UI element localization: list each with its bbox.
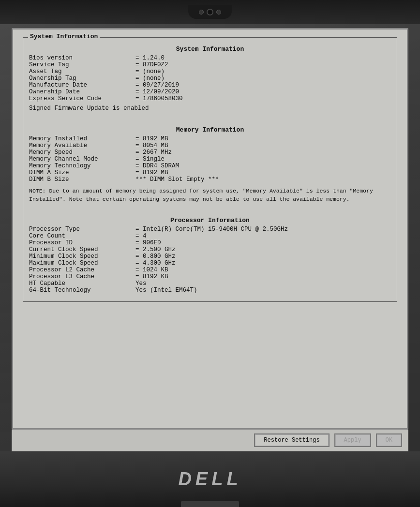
field-value: = DDR4 SDRAM (135, 163, 179, 169)
field-label: DIMM B Size (29, 176, 135, 183)
field-value: = 09/27/2019 (135, 82, 179, 89)
memory-fields-container: Memory Installed= 8192 MBMemory Availabl… (29, 135, 391, 183)
table-row: Processor L2 Cache= 1024 KB (29, 267, 391, 273)
field-label: Core Count (29, 233, 135, 239)
field-value: = 4.300 GHz (135, 260, 176, 267)
table-row: Processor ID= 906ED (29, 239, 391, 246)
table-row: Memory Installed= 8192 MB (29, 135, 391, 142)
table-row: Express Service Code= 17860058030 (29, 95, 391, 102)
field-label: Memory Available (29, 142, 135, 149)
field-value: = 87DF0Z2 (135, 61, 168, 68)
field-value: *** DIMM Slot Empty *** (135, 176, 219, 183)
field-value: = 906ED (135, 239, 161, 246)
table-row: Memory Channel Mode= Single (29, 156, 391, 163)
monitor-top-bar (0, 0, 420, 24)
field-value: = 8192 MB (135, 135, 168, 142)
field-label: DIMM A Size (29, 169, 135, 176)
table-row: Processor Type= Intel(R) Core(TM) i5-940… (29, 226, 391, 233)
field-label: Minimum Clock Speed (29, 253, 135, 260)
field-label: Processor L2 Cache (29, 267, 135, 273)
processor-info-heading: Processor Information (29, 217, 391, 224)
button-bar: Restore Settings Apply OK (12, 430, 408, 451)
table-row: Minimum Clock Speed= 0.800 GHz (29, 253, 391, 260)
dell-logo: DELL (178, 469, 241, 490)
field-value: = 8192 MB (135, 169, 168, 176)
memory-info-heading: Memory Information (29, 126, 391, 134)
system-info-heading: System Information (29, 45, 391, 53)
table-row: Maximum Clock Speed= 4.300 GHz (29, 260, 391, 267)
section-box-title: System Information (28, 33, 100, 40)
monitor-stand-top (181, 501, 239, 507)
field-label: Service Tag (29, 61, 135, 68)
screen-area: System Information System Information Bi… (12, 28, 408, 430)
table-row: Memory Available= 8054 MB (29, 142, 391, 149)
table-row: Memory Technology= DDR4 SDRAM (29, 163, 391, 169)
field-label: Manufacture Date (29, 82, 135, 89)
field-value: Yes (135, 280, 147, 287)
field-value: = 0.800 GHz (135, 253, 176, 260)
table-row: HT CapableYes (29, 280, 391, 287)
table-row: Memory Speed= 2667 MHz (29, 149, 391, 156)
indicator-dot-2 (216, 10, 221, 15)
field-value: = 1.24.0 (135, 55, 165, 61)
field-label: Memory Technology (29, 163, 135, 169)
table-row: Core Count= 4 (29, 233, 391, 239)
webcam-bump (188, 5, 232, 19)
table-row: DIMM A Size= 8192 MB (29, 169, 391, 176)
field-value: Yes (Intel EM64T) (135, 287, 197, 294)
field-label: HT Capable (29, 280, 135, 287)
table-row: Processor L3 Cache= 8192 KB (29, 273, 391, 280)
table-row: Ownership Tag= (none) (29, 75, 391, 82)
field-value: = 17860058030 (135, 95, 183, 102)
table-row: Ownership Date= 12/09/2020 (29, 89, 391, 95)
field-label: Processor L3 Cache (29, 273, 135, 280)
table-row: Service Tag= 87DF0Z2 (29, 61, 391, 68)
field-value: = 4 (135, 233, 147, 239)
table-row: DIMM B Size*** DIMM Slot Empty *** (29, 176, 391, 183)
processor-fields-container: Processor Type= Intel(R) Core(TM) i5-940… (29, 226, 391, 294)
field-value: = 2667 MHz (135, 149, 172, 156)
field-label: Ownership Tag (29, 75, 135, 82)
table-row: Current Clock Speed= 2.500 GHz (29, 246, 391, 253)
field-label: Processor Type (29, 226, 135, 233)
field-value: = Single (135, 156, 165, 163)
monitor-bottom-bezel: DELL (0, 451, 420, 507)
field-label: Asset Tag (29, 68, 135, 75)
table-row: Bios version= 1.24.0 (29, 55, 391, 61)
system-information-box: System Information System Information Bi… (23, 37, 397, 302)
ok-button[interactable]: OK (376, 433, 402, 447)
webcam-lens (207, 9, 213, 15)
indicator-dot (199, 10, 204, 15)
field-value: = 8192 KB (135, 273, 168, 280)
field-value: = 1024 KB (135, 267, 168, 273)
field-value: = 12/09/2020 (135, 89, 179, 95)
field-label: Processor ID (29, 239, 135, 246)
field-label: Memory Speed (29, 149, 135, 156)
field-label: Current Clock Speed (29, 246, 135, 253)
field-label: Ownership Date (29, 89, 135, 95)
firmware-note: Signed Firmware Update is enabled (29, 105, 391, 112)
system-fields-container: Bios version= 1.24.0Service Tag= 87DF0Z2… (29, 55, 391, 102)
field-label: Bios version (29, 55, 135, 61)
field-value: = 2.500 GHz (135, 246, 176, 253)
field-label: Memory Installed (29, 135, 135, 142)
field-value: = 8054 MB (135, 142, 168, 149)
table-row: Manufacture Date= 09/27/2019 (29, 82, 391, 89)
monitor-frame: System Information System Information Bi… (0, 0, 420, 507)
field-label: Express Service Code (29, 95, 135, 102)
table-row: Asset Tag= (none) (29, 68, 391, 75)
field-label: 64-Bit Technology (29, 287, 135, 294)
apply-button[interactable]: Apply (334, 433, 371, 447)
restore-settings-button[interactable]: Restore Settings (254, 433, 329, 447)
memory-note: NOTE: Due to an amount of memory being a… (29, 187, 391, 204)
table-row: 64-Bit TechnologyYes (Intel EM64T) (29, 287, 391, 294)
field-value: = Intel(R) Core(TM) i5-9400H CPU @ 2.50G… (135, 226, 288, 233)
field-label: Maximum Clock Speed (29, 260, 135, 267)
field-value: = (none) (135, 75, 165, 82)
field-value: = (none) (135, 68, 165, 75)
field-label: Memory Channel Mode (29, 156, 135, 163)
